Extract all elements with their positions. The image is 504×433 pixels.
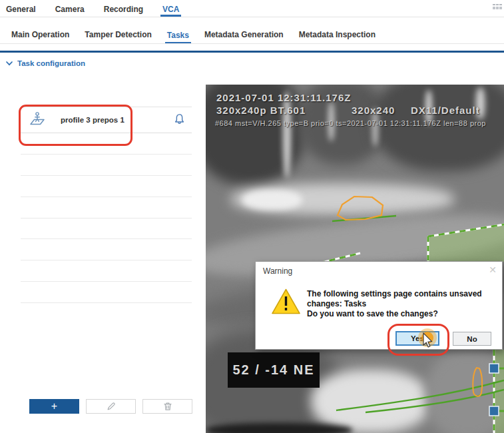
task-list-toolbar: + [29,399,192,414]
video-preview: 2021-07-01 12:31:11.176Z 320x240p BT.601… [206,85,504,433]
nav-recording[interactable]: Recording [102,1,145,17]
edit-task-button[interactable] [86,399,136,414]
nav-general[interactable]: General [4,1,38,17]
vca-sub-navigation: Main Operation Tamper Detection Tasks Me… [0,25,504,44]
dialog-title: Warning [263,266,292,276]
scene-bright-car [311,370,431,433]
osd-renderer: DX11/Default [411,105,480,116]
task-row-1[interactable]: profile 3 prepos 1 [21,107,192,133]
dialog-close-icon[interactable]: ✕ [489,264,497,275]
osd-stream-info: 320x240p BT.601 320x240 DX11/Default [216,105,504,115]
tab-main-operation[interactable]: Main Operation [9,27,71,43]
task-row-label: profile 3 prepos 1 [61,116,125,124]
task-row-empty [21,197,192,218]
scene-ground [425,350,504,433]
scene-parked-cars [242,190,302,210]
yes-button[interactable]: Yes [395,331,439,346]
nav-vca[interactable]: VCA [160,1,181,17]
tab-metadata-inspection[interactable]: Metadata Inspection [297,27,378,43]
delete-task-button[interactable] [142,399,192,414]
chevron-down-icon [6,61,13,66]
task-row-empty [21,218,192,240]
osd-resolution: 320x240p BT.601 [216,105,306,116]
task-row-empty [21,176,192,197]
scene-bottom-strip [206,423,352,433]
object-in-field-icon [29,111,46,129]
no-button[interactable]: No [453,332,491,346]
task-row-empty [21,282,192,303]
top-navigation: General Camera Recording VCA [0,0,504,17]
task-row-empty [21,155,192,176]
warning-triangle-icon [271,288,301,318]
compass-overlay: 52 / -14 NE [228,352,320,388]
task-row-empty [21,133,192,155]
dialog-message: The following settings page contains uns… [307,289,502,319]
vca-settings-page: General Camera Recording VCA Main Operat… [0,0,504,433]
bell-icon[interactable] [174,113,185,127]
section-title: Task configuration [17,59,85,67]
warning-dialog: Warning ✕ The following settings page co… [255,261,503,350]
dialog-message-line1: The following settings page contains uns… [307,289,502,309]
osd-timestamp: 2021-07-01 12:31:11.176Z [216,92,351,103]
pencil-icon [106,401,117,412]
osd-display-size: 320x240 [352,105,395,116]
grid-icon[interactable] [493,1,503,13]
tab-tasks[interactable]: Tasks [165,27,191,44]
section-divider-bar [0,51,504,53]
osd-frame-info: #684 mst=V/H.265 type=B prio=0 ts=2021-0… [215,119,486,127]
task-configuration-header[interactable]: Task configuration [6,59,85,67]
task-list-empty-slots [21,133,192,303]
dialog-message-line2: Do you want to save the changes? [307,309,502,319]
trash-icon [162,401,173,412]
nav-camera[interactable]: Camera [53,1,87,17]
add-task-button[interactable]: + [29,399,79,414]
tab-tamper-detection[interactable]: Tamper Detection [83,27,153,43]
tab-metadata-generation[interactable]: Metadata Generation [202,27,286,43]
task-row-empty [21,260,192,282]
task-row-empty [21,239,192,260]
